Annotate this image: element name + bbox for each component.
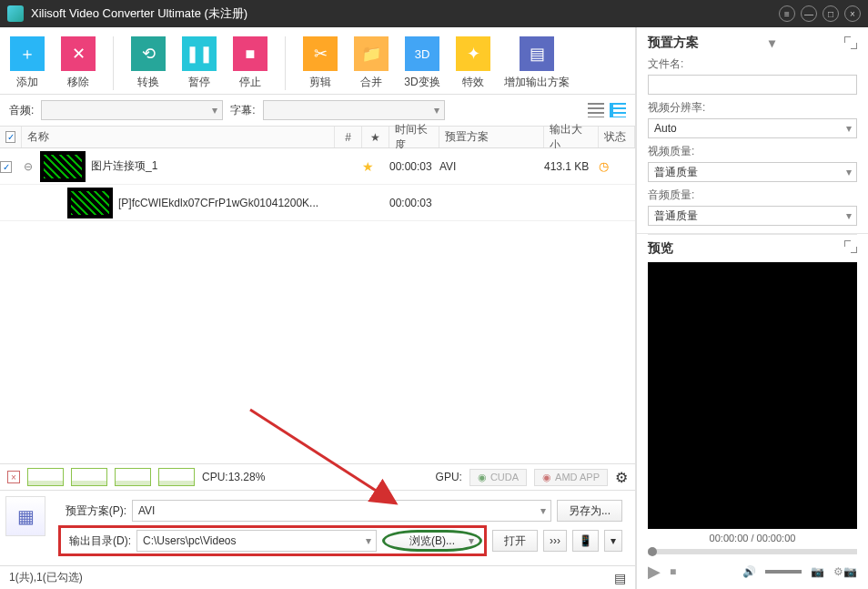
audio-label: 音频: — [9, 103, 34, 118]
preset: AVI — [439, 160, 544, 173]
file-list: ✓ ⊖ 图片连接项_1 ★ 00:00:03 AVI 413.1 KB ◷ [P… — [0, 148, 635, 463]
snapshot-icon[interactable]: 📷 — [811, 565, 824, 578]
add-profile-button[interactable]: ▤ 增加输出方案 — [504, 36, 570, 90]
status-text: 1(共),1(已勾选) — [9, 570, 83, 585]
column-name[interactable]: 名称 — [22, 127, 335, 147]
convert-icon: ⟲ — [131, 36, 166, 71]
expand-preview-icon[interactable] — [844, 240, 857, 253]
stop-preview-icon[interactable]: ■ — [670, 565, 676, 578]
subtitle-dropdown[interactable] — [263, 100, 445, 120]
profile-icon: ▤ — [520, 36, 554, 71]
thumbnail — [67, 188, 113, 218]
preset-field[interactable]: AVI — [132, 500, 551, 522]
cpu-label: CPU:13.28% — [202, 471, 265, 483]
collapse-icon[interactable]: ⊖ — [22, 160, 35, 173]
list-view-icon[interactable] — [588, 103, 604, 117]
preview-title: 预览 — [648, 240, 673, 257]
preset-label: 预置方案(P): — [58, 503, 126, 519]
star-icon[interactable]: ★ — [362, 159, 374, 174]
plus-icon: ＋ — [10, 36, 45, 71]
browse-button[interactable]: 浏览(B)... ▾ — [382, 530, 482, 552]
cpu-graph — [158, 468, 195, 486]
cpu-graph — [71, 468, 107, 486]
select-all-checkbox[interactable]: ✓ — [5, 131, 15, 143]
convert-button[interactable]: ⟲ 转换 — [128, 36, 168, 90]
play-icon[interactable]: ▶ — [648, 562, 661, 582]
3d-button[interactable]: 3D 3D变换 — [402, 36, 442, 90]
status-bar: 1(共),1(已勾选) ▤ — [0, 565, 635, 589]
main-toolbar: ＋ 添加 ✕ 移除 ⟲ 转换 ❚❚ 暂停 ■ 停止 ✂ 剪辑 📁 合并 3D 3… — [0, 27, 635, 95]
clip-button[interactable]: ✂ 剪辑 — [300, 36, 340, 90]
volume-slider[interactable] — [765, 570, 802, 574]
row-checkbox[interactable]: ✓ — [0, 161, 12, 173]
column-size[interactable]: 输出大小 — [544, 127, 599, 147]
gear-icon[interactable]: ⚙ — [615, 469, 628, 486]
maximize-window-button[interactable]: □ — [823, 5, 839, 22]
remove-button[interactable]: ✕ 移除 — [58, 36, 98, 90]
device-dropdown[interactable]: ▾ — [604, 530, 622, 552]
add-button[interactable]: ＋ 添加 — [7, 36, 47, 90]
resolution-dropdown[interactable]: Auto — [648, 118, 857, 138]
app-logo-icon — [7, 5, 24, 22]
output-dir-field[interactable]: C:\Users\pc\Videos — [136, 530, 377, 552]
list-item[interactable]: [P]fcCWIEkdlx07CFrP1wGk01041200K... 00:0… — [0, 185, 635, 221]
panel-toggle-icon[interactable]: ▤ — [614, 571, 626, 585]
window-title: Xilisoft Video Converter Ultimate (未注册) — [31, 5, 779, 22]
resource-bar: × CPU:13.28% GPU: ◉CUDA ◉AMD APP ⚙ — [0, 463, 635, 490]
duration: 00:00:03 — [389, 197, 439, 209]
pause-button[interactable]: ❚❚ 暂停 — [179, 36, 219, 90]
cpu-graph — [27, 468, 64, 486]
column-star[interactable]: ★ — [362, 127, 389, 147]
detail-view-icon[interactable] — [610, 103, 626, 117]
video-quality-label: 视频质量: — [648, 144, 857, 159]
merge-button[interactable]: 📁 合并 — [351, 36, 391, 90]
column-status[interactable]: 状态 — [599, 127, 635, 147]
expand-panel-icon[interactable] — [844, 36, 857, 49]
scissors-icon: ✂ — [303, 36, 338, 71]
effect-button[interactable]: ✦ 特效 — [453, 36, 493, 90]
output-dir-label: 输出目录(D): — [63, 533, 131, 549]
snapshot-settings-icon[interactable]: ⚙📷 — [833, 565, 857, 578]
preview-slider[interactable] — [648, 549, 857, 554]
3d-icon: 3D — [405, 36, 439, 71]
video-quality-dropdown[interactable]: 普通质量 — [648, 162, 857, 182]
close-window-button[interactable]: × — [844, 5, 861, 22]
close-graph-icon[interactable]: × — [7, 471, 20, 483]
merge-icon: 📁 — [354, 36, 389, 71]
cuda-button[interactable]: ◉CUDA — [469, 469, 527, 486]
file-name: [P]fcCWIEkdlx07CFrP1wGk01041200K... — [118, 197, 318, 209]
right-panel: 预置方案 ▾ 文件名: 视频分辨率: Auto 视频质量: 普通质量 音频质量:… — [637, 27, 868, 589]
audio-quality-dropdown[interactable]: 普通质量 — [648, 206, 857, 226]
audio-quality-label: 音频质量: — [648, 188, 857, 203]
menu-window-button[interactable]: ≡ — [779, 5, 795, 22]
minimize-window-button[interactable]: — — [801, 5, 817, 22]
preset-row: 预置方案(P): AVI 另存为... — [51, 496, 630, 525]
preview-screen — [648, 262, 857, 529]
output-highlight-box: 输出目录(D): C:\Users\pc\Videos 浏览(B)... ▾ — [58, 525, 487, 556]
amd-button[interactable]: ◉AMD APP — [534, 469, 608, 486]
file-list-header: ✓ 名称 # ★ 时间长度 预置方案 输出大小 状态 — [0, 127, 635, 148]
audio-dropdown[interactable] — [41, 100, 223, 120]
subtitle-label: 字幕: — [230, 103, 255, 118]
open-button[interactable]: 打开 — [492, 530, 538, 552]
column-duration[interactable]: 时间长度 — [389, 127, 439, 147]
duration: 00:00:03 — [389, 160, 439, 173]
volume-icon[interactable]: 🔊 — [742, 565, 756, 578]
saveas-button[interactable]: 另存为... — [557, 500, 622, 522]
cpu-graph — [115, 468, 151, 486]
device-button[interactable]: 📱 — [572, 530, 599, 552]
list-item[interactable]: ✓ ⊖ 图片连接项_1 ★ 00:00:03 AVI 413.1 KB ◷ — [0, 148, 635, 185]
size: 413.1 KB — [544, 160, 599, 173]
resolution-label: 视频分辨率: — [648, 100, 857, 116]
filename-label: 文件名: — [648, 56, 857, 72]
output-file-icon: ▦ — [5, 496, 45, 536]
more-button[interactable]: ››› — [543, 530, 567, 552]
filename-input[interactable] — [648, 75, 857, 95]
column-seq[interactable]: # — [335, 127, 362, 147]
x-icon: ✕ — [61, 36, 96, 71]
column-preset[interactable]: 预置方案 — [439, 127, 544, 147]
thumbnail — [40, 151, 86, 182]
stop-button[interactable]: ■ 停止 — [230, 36, 270, 90]
preset-panel-title: 预置方案 — [648, 35, 699, 51]
stop-icon: ■ — [233, 36, 267, 71]
